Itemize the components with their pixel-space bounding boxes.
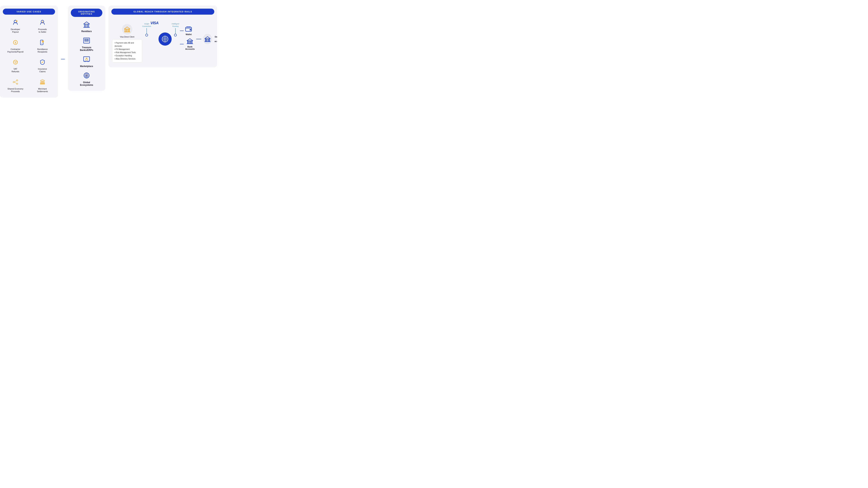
center-hub	[158, 32, 172, 45]
svg-rect-30	[84, 61, 90, 62]
svg-rect-18	[41, 81, 41, 83]
info-box: Payment rails-XB and domestic FX Managem…	[112, 39, 142, 63]
svg-rect-45	[205, 39, 206, 42]
svg-rect-28	[88, 39, 89, 40]
global-reach-panel: GLOBAL REACH THROUGH INTEGRATED RAILS	[108, 6, 217, 67]
wallet-label: Wallet	[186, 33, 191, 35]
svg-text:$: $	[15, 62, 16, 64]
varied-header: VARIED USE CASES	[3, 9, 55, 14]
svg-rect-17	[40, 83, 45, 83]
deposit-line	[196, 39, 201, 39]
svg-point-13	[13, 81, 14, 83]
deposit-label: Depositto account	[214, 36, 217, 42]
remitters-item: Remitters	[81, 20, 92, 34]
svg-rect-46	[207, 39, 207, 42]
vat-refunds-icon: $	[12, 59, 19, 66]
svg-rect-40	[190, 29, 191, 30]
single-connection-line	[147, 28, 147, 34]
contractor-payments-icon: $	[12, 39, 19, 47]
svg-text:$: $	[42, 41, 43, 42]
merchant-settlements-item: MerchantSettlements	[30, 77, 55, 95]
varied-use-cases-panel: VARIED USE CASES DeveloperPayout	[0, 6, 58, 98]
visa-direct-client-label: Visa Direct Client	[120, 36, 134, 38]
deposit-row: Depositto account	[196, 34, 217, 44]
insurance-claims-label: InsuranceClaims	[38, 68, 47, 73]
svg-rect-35	[126, 29, 127, 32]
bank-accounts-label: BankAccounts	[185, 45, 194, 50]
shared-economy-label: Shared EconomyProceeds	[7, 88, 23, 93]
insurance-claims-icon	[39, 59, 46, 66]
intelligent-routing-node	[174, 34, 177, 36]
svg-rect-37	[129, 29, 130, 32]
bank-accounts-row: BankAccounts	[180, 38, 194, 50]
svg-point-14	[16, 79, 18, 81]
originating-header: ORIGINATING ENTITIES	[71, 9, 102, 17]
svg-rect-24	[88, 24, 89, 27]
developer-payout-icon	[12, 19, 19, 27]
svg-rect-43	[190, 41, 191, 44]
treasure-banks-icon	[83, 37, 90, 45]
svg-rect-16	[40, 83, 45, 84]
info-item-4: Exception Handling	[115, 54, 140, 57]
merchant-settlements-label: MerchantSettlements	[37, 88, 48, 93]
visa-brand: VISA	[150, 21, 158, 25]
proceeds-to-seller-label: Proceedsto Seller	[38, 28, 47, 33]
remitters-label: Remitters	[81, 30, 92, 33]
remittance-recipients-label: RemittanceRecipients	[37, 48, 48, 53]
info-item-2: FX Management	[115, 48, 140, 51]
shared-economy-item: Shared EconomyProceeds	[3, 77, 28, 95]
svg-rect-36	[127, 29, 128, 32]
remittance-recipients-item: $ RemittanceRecipients	[30, 37, 55, 55]
marketplace-icon	[83, 56, 90, 64]
svg-rect-26	[85, 39, 86, 40]
svg-rect-22	[86, 24, 86, 27]
svg-point-8	[41, 43, 42, 44]
shared-economy-icon	[12, 79, 19, 86]
proceeds-to-seller-item: Proceedsto Seller	[30, 17, 55, 35]
remittance-recipients-icon: $	[39, 39, 46, 47]
global-ecosystems-icon	[83, 72, 90, 80]
svg-rect-48	[209, 39, 210, 42]
wallet-row: Wallet	[180, 26, 194, 35]
svg-rect-20	[43, 81, 44, 83]
single-connection-node	[145, 34, 148, 36]
global-ecosystems-item: GlobalEcosystems	[79, 71, 94, 88]
global-ecosystems-label: GlobalEcosystems	[80, 81, 93, 86]
globe-icon	[158, 32, 172, 45]
wallet-icon	[185, 26, 192, 32]
insurance-claims-item: InsuranceClaims	[30, 57, 55, 75]
intelligent-routing-label: IntelligentRouting	[172, 23, 179, 27]
treasure-banks-label: TreasureBanks/ERPs	[80, 46, 93, 52]
svg-rect-34	[125, 29, 125, 32]
svg-point-15	[16, 83, 18, 84]
svg-rect-27	[86, 39, 87, 40]
deposit-circle	[203, 34, 212, 44]
vat-refunds-label: VATRefunds	[12, 68, 19, 73]
svg-rect-23	[87, 24, 88, 27]
single-connection-label: SingleConnection	[142, 23, 151, 27]
info-item-3: Risk Management Tools	[115, 51, 140, 54]
svg-text:$: $	[14, 41, 16, 44]
svg-rect-31	[86, 59, 88, 60]
svg-rect-41	[187, 41, 188, 44]
bank-accounts-icon	[186, 38, 193, 45]
connector-varied-originating	[61, 59, 65, 59]
marketplace-label: Marketplace	[80, 65, 93, 68]
svg-rect-42	[189, 41, 189, 44]
proceeds-to-seller-icon	[39, 19, 46, 27]
visa-direct-client-icon	[122, 24, 132, 35]
info-item-5: Alias Directory Services	[115, 57, 140, 60]
svg-rect-47	[208, 39, 209, 42]
developer-payout-label: DeveloperPayout	[11, 28, 20, 33]
vat-refunds-item: $ VATRefunds	[3, 57, 28, 75]
bank-accounts-line	[180, 44, 184, 44]
svg-point-4	[42, 22, 43, 23]
wallet-line	[180, 31, 184, 31]
developer-payout-item: DeveloperPayout	[3, 17, 28, 35]
originating-items: Remitters TreasureBanks/ERPs	[71, 20, 102, 88]
merchant-settlements-icon	[39, 79, 46, 86]
use-cases-grid: DeveloperPayout Proceedsto Seller	[3, 17, 55, 95]
svg-rect-21	[84, 24, 85, 27]
contractor-payments-item: $ ContractorPayments/Payroll	[3, 37, 28, 55]
remitters-icon	[83, 21, 90, 29]
